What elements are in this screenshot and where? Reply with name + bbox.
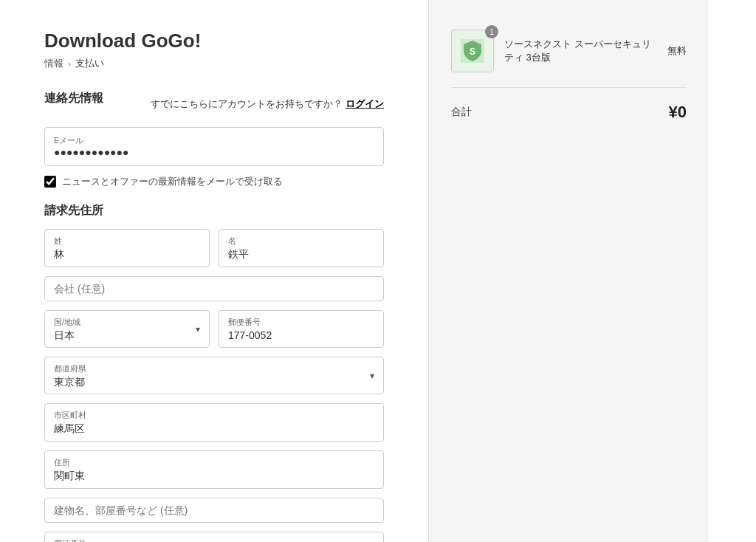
address-label: 住所 — [54, 457, 374, 468]
breadcrumb-info: 情報 — [44, 57, 63, 70]
left-panel: Download GoGo! 情報 › 支払い 連絡先情報 すでにこちらにアカウ… — [0, 0, 428, 542]
email-label: Eメール — [54, 135, 374, 146]
last-name-wrapper[interactable]: 姓 — [44, 229, 210, 267]
city-input[interactable] — [54, 423, 374, 435]
product-price: 無料 — [667, 44, 687, 58]
product-icon: S — [456, 35, 489, 67]
svg-text:S: S — [470, 47, 475, 57]
prefecture-wrapper[interactable]: 都道府県 東京都 ▾ — [44, 357, 384, 394]
total-amount: ¥0 — [669, 103, 687, 122]
country-wrapper[interactable]: 国/地域 日本 ▾ — [44, 310, 210, 348]
phone-label: 電話番号 — [54, 538, 361, 542]
contact-section-title: 連絡先情報 — [44, 91, 103, 106]
city-label: 市区町村 — [54, 410, 374, 421]
login-prompt: すでにこちらにアカウントをお持ちですか？ ログイン — [151, 97, 384, 111]
billing-section: 請求先住所 姓 名 国/地域 日本 ▾ 郵便番号 — [44, 203, 384, 542]
first-name-wrapper[interactable]: 名 — [219, 229, 384, 267]
login-link[interactable]: ログイン — [346, 98, 384, 109]
breadcrumb: 情報 › 支払い — [44, 57, 384, 70]
email-field-wrapper[interactable]: Eメール ●●●●●●●●●●●● — [44, 127, 384, 166]
prefecture-label: 都道府県 — [54, 363, 374, 374]
city-wrapper[interactable]: 市区町村 — [44, 403, 384, 442]
total-row: 合計 ¥0 — [451, 103, 687, 122]
last-name-input[interactable] — [54, 249, 200, 261]
first-name-input[interactable] — [228, 249, 374, 261]
company-input[interactable] — [54, 283, 374, 295]
postal-wrapper[interactable]: 郵便番号 — [219, 310, 384, 348]
country-label: 国/地域 — [54, 317, 200, 328]
address-wrapper[interactable]: 住所 — [44, 450, 384, 489]
building-wrapper[interactable] — [44, 498, 384, 523]
country-select[interactable]: 日本 — [54, 329, 200, 341]
newsletter-label: ニュースとオファーの最新情報をメールで受け取る — [62, 175, 283, 188]
phone-wrapper[interactable]: 電話番号 ? — [44, 532, 384, 542]
billing-section-title: 請求先住所 — [44, 203, 384, 219]
first-name-label: 名 — [228, 236, 374, 247]
product-name: ソースネクスト スーパーセキュリティ 3台版 — [504, 38, 657, 64]
prefecture-select[interactable]: 東京都 — [54, 376, 374, 388]
last-name-label: 姓 — [54, 236, 200, 247]
email-value: ●●●●●●●●●●●● — [54, 146, 374, 158]
total-label: 合計 — [451, 106, 472, 119]
product-image-wrapper: S 1 — [451, 30, 494, 72]
building-input[interactable] — [54, 504, 374, 516]
name-row: 姓 名 — [44, 229, 384, 276]
contact-section: 連絡先情報 すでにこちらにアカウントをお持ちですか？ ログイン Eメール ●●●… — [44, 91, 384, 188]
page-title: Download GoGo! — [44, 30, 384, 52]
product-badge: 1 — [485, 25, 498, 38]
company-wrapper[interactable] — [44, 276, 384, 301]
breadcrumb-current: 支払い — [75, 57, 104, 70]
address-input[interactable] — [54, 470, 374, 482]
country-postal-row: 国/地域 日本 ▾ 郵便番号 — [44, 310, 384, 357]
newsletter-checkbox[interactable] — [44, 176, 56, 188]
right-panel: S 1 ソースネクスト スーパーセキュリティ 3台版 無料 合計 ¥0 — [428, 0, 709, 542]
product-row: S 1 ソースネクスト スーパーセキュリティ 3台版 無料 — [451, 30, 687, 88]
postal-label: 郵便番号 — [228, 317, 374, 328]
newsletter-row: ニュースとオファーの最新情報をメールで受け取る — [44, 175, 384, 188]
postal-input[interactable] — [228, 329, 374, 341]
breadcrumb-separator: › — [68, 58, 71, 69]
